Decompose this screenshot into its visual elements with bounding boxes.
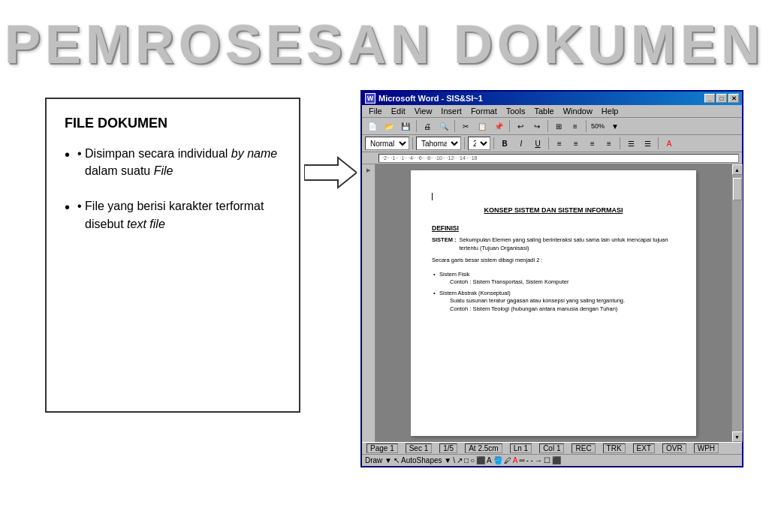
- italic-button[interactable]: I: [514, 137, 529, 150]
- textbox-tool[interactable]: ⬛: [476, 456, 485, 464]
- doc-bullet-2: Sistem Abstrak (Konseptual) Suatu susuna…: [432, 290, 675, 314]
- bold-button[interactable]: B: [497, 137, 512, 150]
- fill-color-button[interactable]: 🪣: [493, 456, 502, 464]
- draw-label[interactable]: Draw ▼: [365, 456, 392, 464]
- cut-button[interactable]: ✂: [458, 119, 473, 133]
- align-center-button[interactable]: ≡: [568, 137, 584, 150]
- menu-help[interactable]: Help: [598, 106, 623, 116]
- print-button[interactable]: 🖨: [420, 119, 435, 133]
- paste-button[interactable]: 📌: [491, 119, 506, 133]
- status-rec: REC: [571, 443, 595, 453]
- arrow-tool[interactable]: ↗: [457, 456, 463, 464]
- preview-button[interactable]: 🔍: [436, 119, 451, 133]
- line-style-button[interactable]: ═: [519, 456, 524, 464]
- menu-file[interactable]: File: [365, 106, 386, 116]
- maximize-button[interactable]: □: [716, 94, 727, 103]
- align-right-button[interactable]: ≡: [585, 137, 600, 150]
- doc-para-1: Secara garis besar sistem dibagi menjadi…: [432, 257, 675, 265]
- table-button[interactable]: ⊞: [551, 119, 566, 133]
- menu-edit[interactable]: Edit: [388, 106, 409, 116]
- arrow-connector: [300, 150, 360, 195]
- list-item: • Disimpan secara individual by name dal…: [65, 145, 284, 179]
- highlight-button[interactable]: A: [662, 137, 677, 150]
- titlebar-buttons[interactable]: _ □ ✕: [704, 94, 739, 103]
- size-select[interactable]: 20: [468, 137, 490, 150]
- wordart-tool[interactable]: A: [487, 456, 492, 464]
- close-button[interactable]: ✕: [728, 94, 739, 103]
- redo-button[interactable]: ↪: [529, 119, 544, 133]
- menu-view[interactable]: View: [411, 106, 436, 116]
- toolbar-separator: [464, 137, 465, 149]
- menu-table[interactable]: Table: [530, 106, 557, 116]
- columns-button[interactable]: ≡: [568, 119, 583, 133]
- status-sec: Sec 1: [406, 443, 433, 453]
- numbered-list-button[interactable]: ☰: [640, 137, 655, 150]
- zoom-dropdown[interactable]: ▼: [608, 119, 623, 133]
- save-button[interactable]: 💾: [398, 119, 413, 133]
- font-select[interactable]: Tahoma: [416, 137, 461, 150]
- word-scrollbar-right: ▲ ▼: [731, 164, 742, 442]
- menu-tools[interactable]: Tools: [502, 106, 529, 116]
- line-color-button[interactable]: 🖊: [504, 456, 511, 464]
- word-window: W Microsoft Word - SIS&SI~1 _ □ ✕ File E…: [360, 90, 743, 467]
- menu-format[interactable]: Format: [467, 106, 501, 116]
- status-pages: 1/5: [439, 443, 457, 453]
- word-toolbar-2: Normal Tahoma 20 B I U ≡ ≡ ≡ ≡ ☰ ☰ A: [362, 135, 742, 152]
- undo-button[interactable]: ↩: [513, 119, 528, 133]
- arrow-style-button[interactable]: →: [535, 456, 542, 464]
- left-info-box: FILE DOKUMEN • Disimpan secara individua…: [45, 98, 300, 413]
- line-tool[interactable]: \: [453, 456, 455, 464]
- scrollbar-track[interactable]: [732, 175, 743, 431]
- zoom-label: 50%: [591, 122, 605, 130]
- underline-button[interactable]: U: [530, 137, 545, 150]
- align-left-button[interactable]: ≡: [552, 137, 567, 150]
- word-drawing-toolbar: Draw ▼ ↖ AutoShapes ▼ \ ↗ □ ○ ⬛ A 🪣 🖊 A …: [362, 454, 742, 466]
- scroll-down-button[interactable]: ▼: [732, 431, 743, 442]
- bullet-list: • Disimpan secara individual by name dal…: [65, 145, 284, 233]
- 3d-button[interactable]: ⬛: [552, 456, 561, 464]
- status-trk: TRK: [603, 443, 626, 453]
- status-col: Col 1: [539, 443, 564, 453]
- oval-tool[interactable]: ○: [470, 456, 475, 464]
- dash-style-button[interactable]: - -: [526, 456, 533, 464]
- word-toolbar-1: 📄 📂 💾 🖨 🔍 ✂ 📋 📌 ↩ ↪ ⊞ ≡ 50% ▼: [362, 118, 742, 135]
- status-at: At 2.5cm: [465, 443, 502, 453]
- ruler-inner: ·2·· ·1·· ·1·· ·4·· ·6·· ·8·· ·10·· ·12·…: [378, 154, 739, 163]
- toolbar-separator: [548, 137, 549, 149]
- word-app-icon: W: [365, 93, 375, 104]
- menu-insert[interactable]: Insert: [437, 106, 466, 116]
- status-page: Page 1: [366, 443, 398, 453]
- word-ruler: ·2·· ·1·· ·1·· ·4·· ·6·· ·8·· ·10·· ·12·…: [362, 152, 742, 164]
- shadow-button[interactable]: ☐: [544, 456, 550, 464]
- autoshapes-button[interactable]: AutoShapes ▼: [401, 456, 451, 464]
- toolbar-separator: [454, 120, 455, 132]
- arrow-icon: [304, 154, 357, 191]
- select-tool[interactable]: ↖: [394, 456, 400, 464]
- doc-title: KONSEP SISTEM DAN SISTEM INFORMASI: [432, 206, 675, 214]
- scrollbar-thumb[interactable]: [733, 178, 742, 200]
- word-titlebar: W Microsoft Word - SIS&SI~1 _ □ ✕: [362, 92, 742, 105]
- svg-marker-0: [304, 158, 357, 188]
- minimize-button[interactable]: _: [704, 94, 715, 103]
- word-titlebar-text: Microsoft Word - SIS&SI~1: [378, 94, 483, 103]
- status-ovr: OVR: [662, 443, 686, 453]
- style-select[interactable]: Normal: [365, 137, 409, 150]
- toolbar-separator: [547, 120, 548, 132]
- bullet-list-button[interactable]: ☰: [623, 137, 638, 150]
- word-menubar[interactable]: File Edit View Insert Format Tools Table…: [362, 105, 742, 118]
- doc-section-title: DEFINISI: [432, 224, 675, 232]
- new-button[interactable]: 📄: [365, 119, 380, 133]
- menu-window[interactable]: Window: [559, 106, 596, 116]
- copy-button[interactable]: 📋: [475, 119, 490, 133]
- page-title: PEMROSESAN DOKUMEN: [0, 0, 769, 83]
- align-justify-button[interactable]: ≡: [602, 137, 617, 150]
- text-cursor: [432, 193, 433, 200]
- scroll-up-button[interactable]: ▲: [732, 164, 743, 175]
- toolbar-separator: [416, 120, 417, 132]
- toolbar-separator: [412, 137, 413, 149]
- rect-tool[interactable]: □: [464, 456, 469, 464]
- toolbar-separator: [586, 120, 587, 132]
- open-button[interactable]: 📂: [381, 119, 397, 133]
- bullet-text-1: Disimpan secara individual by name dalam…: [85, 145, 284, 179]
- font-color-button[interactable]: A: [513, 456, 518, 464]
